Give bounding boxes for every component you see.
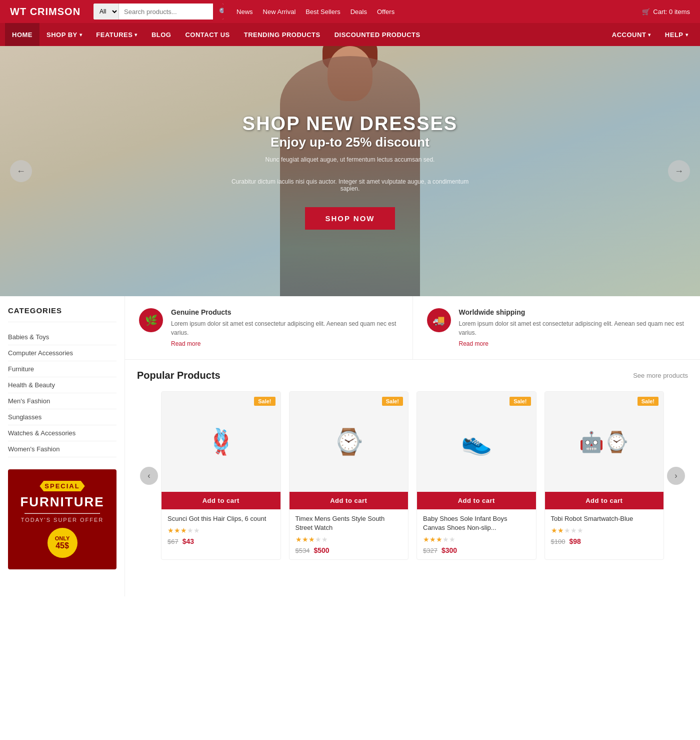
sidebar-item-watches[interactable]: Watches & Accessories (8, 425, 116, 441)
cart-area[interactable]: 🛒 Cart: 0 items (642, 8, 690, 16)
product-info-0: Scunci Got this Hair Clips, 6 count ★★★★… (162, 509, 280, 550)
products-carousel: ‹ Sale! 🪢 Add to cart Scunci Got this Ha… (137, 391, 688, 560)
product-name-0: Scunci Got this Hair Clips, 6 count (168, 514, 274, 523)
product-img-placeholder-1: ⌚ (314, 402, 384, 482)
search-category-dropdown[interactable]: All (94, 4, 119, 20)
products-section: Popular Products See more products ‹ Sal… (125, 360, 700, 570)
see-more-link[interactable]: See more products (633, 372, 688, 379)
product-prices-2: $327 $300 (423, 546, 530, 554)
promo-price: 45$ (56, 541, 69, 550)
hero-shop-now-button[interactable]: SHOP NOW (305, 207, 394, 230)
nav-home[interactable]: HOME (5, 23, 40, 46)
nav-account[interactable]: ACCOUNT ▾ (605, 23, 658, 46)
logo: WT CRIMSON (10, 6, 80, 18)
hero-content: SHOP NEW DRESSES Enjoy up-to 25% discoun… (225, 113, 475, 230)
nav-discounted[interactable]: DISCOUNTED PRODUCTS (328, 23, 428, 46)
sidebar-item-computer-accessories[interactable]: Computer Accessories (8, 345, 116, 361)
sidebar-item-furniture[interactable]: Furniture (8, 361, 116, 377)
sidebar-item-womens-fashion[interactable]: Women's Fashion (8, 441, 116, 457)
price-original-2: $327 (423, 547, 438, 554)
product-info-3: Tobi Robot Smartwatch-Blue ★★★★★ $100 $9… (545, 509, 664, 550)
product-image-1: Sale! ⌚ (290, 392, 408, 492)
nav-shop-by[interactable]: SHOP BY ▾ (40, 23, 89, 46)
top-nav-offers[interactable]: Offers (377, 8, 394, 16)
product-prices-1: $534 $500 (296, 546, 402, 554)
product-image-3: Sale! 🤖⌚ (545, 392, 664, 492)
shipping-icon: 🚚 (427, 308, 451, 332)
hero-banner: ← SHOP NEW DRESSES Enjoy up-to 25% disco… (0, 46, 700, 296)
category-list: Babies & Toys Computer Accessories Furni… (8, 329, 116, 457)
sale-badge-0: Sale! (254, 397, 275, 406)
product-image-2: Sale! 👟 (417, 392, 536, 492)
nav-help[interactable]: HELP ▾ (658, 23, 695, 46)
hero-prev-button[interactable]: ← (10, 160, 32, 182)
product-name-1: Timex Mens Gents Style South Street Watc… (296, 514, 402, 532)
nav-blog[interactable]: BLOG (144, 23, 178, 46)
product-img-placeholder-2: 👟 (442, 402, 512, 482)
price-sale-2: $300 (442, 546, 457, 554)
add-to-cart-button-0[interactable]: Add to cart (162, 492, 280, 509)
shop-by-chevron: ▾ (80, 32, 82, 38)
feature-shipping-text: Worldwide shipping Lorem ipsum dolor sit… (459, 308, 686, 347)
product-stars-1: ★★★★★ (296, 535, 402, 543)
product-name-2: Baby Shoes Sole Infant Boys Canvas Shoes… (423, 514, 530, 532)
carousel-prev-button[interactable]: ‹ (140, 467, 158, 485)
top-nav-deals[interactable]: Deals (350, 8, 367, 16)
price-sale-3: $98 (569, 537, 580, 545)
sidebar: CATEGORIES Babies & Toys Computer Access… (0, 296, 125, 596)
top-nav-best-sellers[interactable]: Best Sellers (306, 8, 340, 16)
search-bar[interactable]: All 🔍 (94, 4, 224, 20)
feature-genuine-link[interactable]: Read more (171, 340, 398, 347)
product-img-placeholder-3: 🤖⌚ (569, 402, 639, 482)
product-img-placeholder-0: 🪢 (186, 402, 256, 482)
add-to-cart-button-1[interactable]: Add to cart (290, 492, 408, 509)
product-stars-3: ★★★★★ (551, 526, 658, 534)
product-info-2: Baby Shoes Sole Infant Boys Canvas Shoes… (417, 509, 536, 559)
sidebar-item-mens-fashion[interactable]: Men's Fashion (8, 393, 116, 409)
search-input[interactable] (119, 4, 213, 20)
hero-next-button[interactable]: → (668, 160, 690, 182)
top-bar: WT CRIMSON All 🔍 News New Arrival Best S… (0, 0, 700, 23)
nav-contact-us[interactable]: CONTACT US (178, 23, 236, 46)
cart-icon: 🛒 (642, 8, 650, 16)
carousel-next-button[interactable]: › (667, 467, 685, 485)
sale-badge-3: Sale! (638, 397, 658, 406)
nav-right: ACCOUNT ▾ HELP ▾ (605, 23, 695, 46)
hero-desc-1: Nunc feugiat aliquet augue, ut fermentum… (225, 156, 475, 163)
nav-features[interactable]: FEATURES ▾ (89, 23, 144, 46)
feature-genuine-desc: Lorem ipsum dolor sit amet est consectet… (171, 319, 398, 337)
product-card-1: Sale! ⌚ Add to cart Timex Mens Gents Sty… (289, 391, 409, 560)
search-button[interactable]: 🔍 (213, 4, 224, 20)
sidebar-item-sunglasses[interactable]: Sunglasses (8, 409, 116, 425)
product-prices-0: $67 $43 (168, 537, 274, 545)
price-original-0: $67 (168, 538, 178, 545)
price-original-3: $100 (551, 538, 566, 545)
sidebar-item-babies-toys[interactable]: Babies & Toys (8, 329, 116, 345)
feature-genuine: 🌿 Genuine Products Lorem ipsum dolor sit… (125, 296, 413, 359)
feature-genuine-text: Genuine Products Lorem ipsum dolor sit a… (171, 308, 398, 347)
account-chevron: ▾ (648, 32, 651, 38)
sidebar-item-health-beauty[interactable]: Health & Beauty (8, 377, 116, 393)
product-stars-0: ★★★★★ (168, 526, 274, 534)
top-nav-new-arrival[interactable]: New Arrival (263, 8, 296, 16)
nav-trending[interactable]: TRENDING PRODUCTS (237, 23, 328, 46)
product-stars-2: ★★★★★ (423, 535, 530, 543)
main-content: CATEGORIES Babies & Toys Computer Access… (0, 296, 700, 596)
main-nav: HOME SHOP BY ▾ FEATURES ▾ BLOG CONTACT U… (0, 23, 700, 46)
promo-special-badge: SPECIAL (40, 481, 84, 491)
add-to-cart-button-3[interactable]: Add to cart (545, 492, 664, 509)
promo-product-name: FURNITURE (20, 494, 104, 510)
feature-genuine-title: Genuine Products (171, 308, 398, 316)
feature-shipping-link[interactable]: Read more (459, 340, 686, 347)
product-card-3: Sale! 🤖⌚ Add to cart Tobi Robot Smartwat… (544, 391, 664, 560)
add-to-cart-button-2[interactable]: Add to cart (417, 492, 536, 509)
product-prices-3: $100 $98 (551, 537, 658, 545)
product-info-1: Timex Mens Gents Style South Street Watc… (290, 509, 408, 559)
product-name-3: Tobi Robot Smartwatch-Blue (551, 514, 658, 523)
hero-title: SHOP NEW DRESSES (225, 113, 475, 135)
right-area: 🌿 Genuine Products Lorem ipsum dolor sit… (125, 296, 700, 596)
top-nav-news[interactable]: News (236, 8, 253, 16)
help-chevron: ▾ (686, 32, 688, 38)
product-card-0: Sale! 🪢 Add to cart Scunci Got this Hair… (161, 391, 281, 560)
feature-shipping: 🚚 Worldwide shipping Lorem ipsum dolor s… (413, 296, 700, 359)
